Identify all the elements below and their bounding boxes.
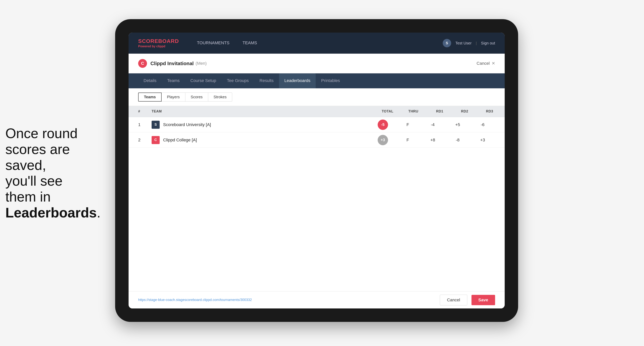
main-nav: TOURNAMENTS TEAMS	[190, 32, 443, 54]
rd2-cell: -8	[445, 138, 470, 143]
col-rd1: RD1	[420, 109, 445, 113]
team-name: Clippd College [A]	[163, 138, 197, 143]
team-cell: C Clippd College [A]	[152, 136, 370, 144]
nav-right: S Test User | Sign out	[443, 39, 495, 47]
tab-leaderboards[interactable]: Leaderboards	[279, 73, 316, 88]
nav-tournaments[interactable]: TOURNAMENTS	[190, 32, 236, 54]
rd2-cell: +5	[445, 122, 470, 127]
tab-tee-groups[interactable]: Tee Groups	[222, 73, 254, 88]
tab-results[interactable]: Results	[254, 73, 279, 88]
tournament-header: C Clippd Invitational (Men) Cancel ✕	[128, 54, 505, 73]
tab-course-setup[interactable]: Course Setup	[185, 73, 222, 88]
user-avatar: S	[443, 39, 451, 47]
col-thru: THRU	[395, 109, 420, 113]
page-url: https://stage-blue-coach.stagescoreboard…	[138, 298, 252, 302]
tournament-name: Clippd Invitational	[150, 61, 194, 66]
rd3-cell: +3	[470, 138, 495, 143]
cancel-button-bottom[interactable]: Cancel	[440, 295, 467, 305]
filter-teams[interactable]: Teams	[138, 93, 162, 102]
tab-printables[interactable]: Printables	[316, 73, 345, 88]
text-line2: scores are	[5, 141, 70, 157]
cancel-button-header[interactable]: Cancel ✕	[477, 61, 495, 66]
text-line3: saved, you'll see	[5, 157, 62, 188]
rd3-cell: -6	[470, 122, 495, 127]
col-total: TOTAL	[370, 109, 395, 113]
top-nav: SCOREBOARD Powered by clippd TOURNAMENTS…	[128, 32, 505, 54]
row-rank: 2	[138, 138, 152, 143]
sidebar-text: Once round scores are saved, you'll see …	[5, 126, 78, 221]
total-cell: -5	[370, 120, 395, 130]
logo-subtitle: Powered by clippd	[138, 45, 179, 48]
leaderboard-table: # TEAM TOTAL THRU RD1 RD2 RD3 1 S Scoreb…	[128, 106, 505, 291]
rd1-cell: -4	[420, 122, 445, 127]
text-line4: them in	[5, 189, 51, 204]
save-button[interactable]: Save	[472, 295, 495, 305]
table-header: # TEAM TOTAL THRU RD1 RD2 RD3	[128, 106, 505, 117]
text-line5-bold: Leaderboards	[5, 205, 97, 220]
filter-strokes[interactable]: Strokes	[208, 93, 232, 102]
row-rank: 1	[138, 122, 152, 127]
team-cell: S Scoreboard University [A]	[152, 121, 370, 129]
thru-cell: F	[395, 122, 420, 127]
score-badge: +3	[378, 135, 388, 145]
user-name: Test User	[455, 41, 472, 45]
sign-out-link[interactable]: Sign out	[481, 41, 495, 45]
tab-teams[interactable]: Teams	[162, 73, 185, 88]
col-rd3: RD3	[470, 109, 495, 113]
logo-title: SCOREBOARD	[138, 38, 179, 44]
tab-details[interactable]: Details	[138, 73, 162, 88]
team-name: Scoreboard University [A]	[163, 122, 211, 127]
text-line1: Once round	[5, 126, 78, 141]
filter-bar: Teams Players Scores Strokes	[128, 88, 505, 106]
thru-cell: F	[395, 138, 420, 143]
table-row: 1 S Scoreboard University [A] -5 F -4 +5…	[128, 117, 505, 132]
nav-teams[interactable]: TEAMS	[236, 32, 264, 54]
total-cell: +3	[370, 135, 395, 145]
logo-area: SCOREBOARD Powered by clippd	[138, 38, 179, 48]
team-logo: C	[152, 136, 160, 144]
table-row: 2 C Clippd College [A] +3 F +8 -8 +3	[128, 132, 505, 148]
col-rank: #	[138, 109, 152, 113]
filter-scores[interactable]: Scores	[185, 93, 208, 102]
col-rd2: RD2	[445, 109, 470, 113]
sub-nav: Details Teams Course Setup Tee Groups Re…	[128, 73, 505, 88]
team-logo: S	[152, 121, 160, 129]
close-icon: ✕	[492, 61, 495, 66]
bottom-bar: https://stage-blue-coach.stagescoreboard…	[128, 291, 505, 309]
tablet-frame: SCOREBOARD Powered by clippd TOURNAMENTS…	[115, 19, 518, 322]
tournament-logo: C	[138, 59, 147, 68]
score-badge: -5	[378, 120, 388, 130]
rd1-cell: +8	[420, 138, 445, 143]
tournament-gender: (Men)	[196, 61, 206, 66]
filter-players[interactable]: Players	[162, 93, 185, 102]
col-team: TEAM	[152, 109, 370, 113]
tablet-screen: SCOREBOARD Powered by clippd TOURNAMENTS…	[128, 32, 505, 309]
